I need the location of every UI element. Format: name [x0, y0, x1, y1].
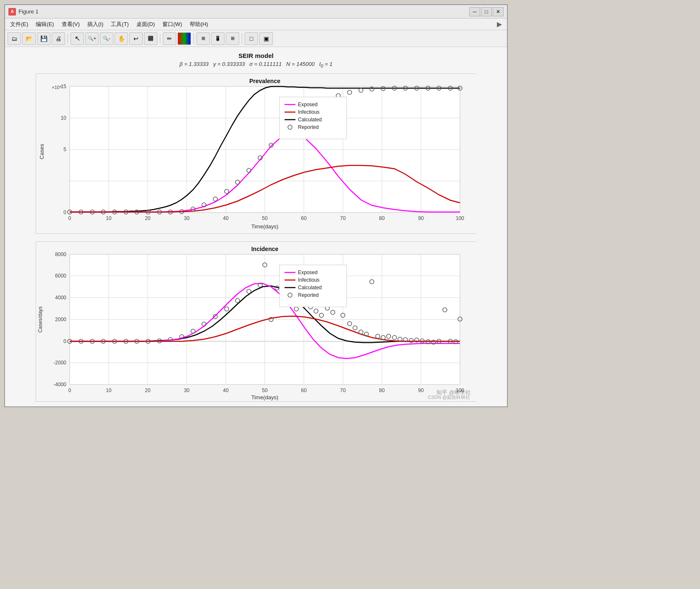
svg-text:Calculated: Calculated: [298, 285, 322, 291]
minimize-button[interactable]: ─: [469, 7, 480, 16]
svg-text:90: 90: [418, 215, 424, 221]
menu-file[interactable]: 文件(E): [7, 19, 31, 29]
figure-content: SEIR model β = 1.33333 γ = 0.333333 σ = …: [5, 47, 507, 406]
tb-print[interactable]: 🖨: [52, 32, 65, 45]
tb-sq1[interactable]: □: [245, 32, 258, 45]
incidence-title: Incidence: [251, 246, 279, 252]
incidence-chart: Incidence Cases/days 8000 6000 4000 2000…: [36, 241, 476, 402]
title-bar: A Figure 1 ─ □ ✕: [5, 5, 507, 18]
main-window: A Figure 1 ─ □ ✕ 文件(E) 编辑(E) 查看(V) 插入(I)…: [4, 4, 508, 407]
tb-pan[interactable]: ✋: [115, 32, 128, 45]
svg-text:Reported: Reported: [298, 292, 319, 298]
menu-view[interactable]: 查看(V): [58, 19, 83, 29]
menu-bar: 文件(E) 编辑(E) 查看(V) 插入(I) 工具(T) 桌面(D) 窗口(W…: [5, 18, 507, 30]
svg-text:Infectious: Infectious: [298, 109, 319, 115]
svg-text:20: 20: [145, 215, 151, 221]
chart-main-title: SEIR model: [238, 52, 273, 59]
tb-zoom-out[interactable]: 🔍-: [100, 32, 113, 45]
svg-text:100: 100: [456, 215, 464, 221]
prevalence-chart: Prevalence Cases ×10⁴ 15 10 5 0 0 10 20 …: [36, 73, 476, 234]
svg-text:40: 40: [223, 215, 229, 221]
svg-text:Infectious: Infectious: [298, 277, 319, 283]
svg-text:Reported: Reported: [298, 124, 319, 130]
csdn-watermark: CSDN @茹技科研社: [428, 394, 470, 401]
menu-insert[interactable]: 插入(I): [84, 19, 107, 29]
menu-window[interactable]: 窗口(W): [159, 19, 185, 29]
tb-brush[interactable]: ✏: [163, 32, 176, 45]
window-title: Figure 1: [18, 8, 467, 15]
svg-text:70: 70: [340, 215, 346, 221]
incidence-svg: Incidence Cases/days 8000 6000 4000 2000…: [36, 242, 477, 401]
incidence-x-label: Time(days): [251, 394, 279, 401]
svg-text:0: 0: [63, 338, 66, 344]
tb-sep4: [242, 34, 242, 44]
menu-desktop[interactable]: 桌面(D): [133, 19, 158, 29]
svg-text:0: 0: [63, 209, 66, 215]
tb-datacursor[interactable]: ⬛: [144, 32, 157, 45]
menu-arrow: ▶: [497, 20, 505, 28]
svg-text:30: 30: [184, 215, 190, 221]
svg-text:Exposed: Exposed: [298, 270, 318, 275]
menu-tools[interactable]: 工具(T): [107, 19, 132, 29]
tb-sep3: [193, 34, 194, 44]
maximize-button[interactable]: □: [481, 7, 492, 16]
svg-text:2000: 2000: [55, 317, 66, 322]
svg-text:50: 50: [262, 215, 268, 221]
svg-text:70: 70: [340, 387, 346, 393]
svg-text:10: 10: [106, 215, 112, 221]
svg-text:60: 60: [301, 215, 307, 221]
tb-save[interactable]: 💾: [37, 32, 50, 45]
svg-text:-2000: -2000: [53, 360, 66, 366]
svg-text:60: 60: [301, 387, 307, 393]
prevalence-x-label: Time(days): [251, 223, 279, 230]
tb-select[interactable]: ↖: [71, 32, 84, 45]
svg-text:0: 0: [68, 387, 71, 393]
tb-sep1: [68, 34, 68, 44]
svg-text:Exposed: Exposed: [298, 102, 318, 107]
tb-colormap[interactable]: [178, 32, 191, 45]
menu-edit[interactable]: 编辑(E): [32, 19, 57, 29]
svg-text:30: 30: [184, 387, 190, 393]
svg-text:-4000: -4000: [53, 382, 66, 387]
incidence-y-label: Cases/days: [37, 306, 43, 332]
svg-text:40: 40: [223, 387, 229, 393]
prevalence-yscale: ×10⁴: [52, 85, 62, 90]
svg-text:4000: 4000: [55, 295, 66, 301]
prevalence-svg: Prevalence Cases ×10⁴ 15 10 5 0 0 10 20 …: [36, 74, 477, 233]
tb-rotate[interactable]: ↩: [129, 32, 143, 45]
svg-text:90: 90: [418, 387, 424, 393]
chart-params: β = 1.33333 γ = 0.333333 σ = 0.111111 N …: [180, 61, 332, 68]
tb-new[interactable]: 🗂: [8, 32, 21, 45]
tb-sq2[interactable]: ▣: [259, 32, 273, 45]
tb-export[interactable]: ⊞: [196, 32, 210, 45]
svg-text:15: 15: [61, 84, 67, 89]
prevalence-y-label: Cases: [39, 144, 45, 159]
svg-text:5: 5: [63, 147, 66, 152]
svg-text:8000: 8000: [55, 251, 66, 257]
svg-text:Calculated: Calculated: [298, 117, 322, 123]
tb-zoom-in[interactable]: 🔍+: [85, 32, 99, 45]
tb-open[interactable]: 📂: [22, 32, 36, 45]
close-button[interactable]: ✕: [493, 7, 504, 16]
window-controls: ─ □ ✕: [469, 7, 504, 16]
prevalence-title: Prevalence: [249, 78, 280, 84]
tb-grid[interactable]: ⊞: [226, 32, 239, 45]
app-icon: A: [8, 8, 16, 16]
svg-text:10: 10: [61, 115, 67, 121]
svg-text:80: 80: [379, 387, 385, 393]
svg-text:10: 10: [106, 387, 112, 393]
menu-help[interactable]: 帮助(H): [186, 19, 212, 29]
tb-sep2: [160, 34, 160, 44]
svg-text:20: 20: [145, 387, 151, 393]
svg-text:50: 50: [262, 387, 268, 393]
svg-text:0: 0: [68, 215, 71, 221]
svg-text:80: 80: [379, 215, 385, 221]
svg-text:6000: 6000: [55, 273, 66, 279]
tb-link[interactable]: 📱: [211, 32, 225, 45]
toolbar: 🗂 📂 💾 🖨 ↖ 🔍+ 🔍- ✋ ↩ ⬛ ✏ ⊞ 📱 ⊞ □ ▣: [5, 30, 507, 47]
charts-container: Prevalence Cases ×10⁴ 15 10 5 0 0 10 20 …: [10, 73, 502, 402]
